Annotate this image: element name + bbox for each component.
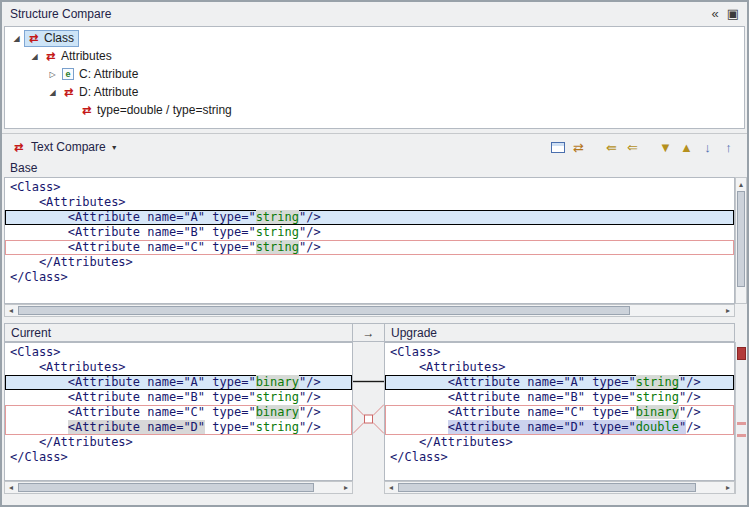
code-segment: "/> (299, 375, 321, 389)
code-segment: string (256, 420, 299, 434)
base-horizontal-scrollbar[interactable]: ◂ ▸ (4, 304, 735, 317)
code-segment: <Attribute name="A" type=" (10, 210, 256, 224)
scroll-right-button[interactable]: ▸ (722, 306, 734, 315)
scroll-left-button[interactable]: ◂ (5, 306, 17, 315)
code-line: <Attribute name="A" type="string"/> (385, 375, 734, 390)
code-line: <Attributes> (5, 195, 734, 210)
collapse-icon[interactable]: « (711, 7, 718, 21)
code-segment: "/> (679, 390, 701, 404)
code-line: <Attribute name="B" type="string"/> (5, 390, 352, 405)
tree-item-class[interactable]: ◢⇄Class (5, 29, 744, 47)
code-segment: "/> (299, 240, 321, 254)
ruler-marker-conflict[interactable] (737, 347, 746, 360)
previous-change-button[interactable]: ↑ (718, 137, 739, 157)
next-difference-icon: ▼ (659, 140, 672, 155)
tree-item-label: Attributes (61, 49, 112, 63)
previous-change-icon: ↑ (725, 140, 732, 155)
base-code-pane[interactable]: <Class> <Attributes> <Attribute name="A"… (4, 177, 735, 304)
code-segment: /> (686, 420, 700, 434)
code-segment: <Attribute name="D" type=" (448, 420, 636, 434)
dropdown-arrow-icon: ▼ (111, 144, 118, 151)
text-compare-selector[interactable]: ⇄ Text Compare ▼ (10, 140, 118, 154)
diff-icon: ⇄ (78, 104, 94, 117)
scrollbar-thumb[interactable] (398, 483, 696, 492)
tree-item-label: type=double / type=string (97, 103, 232, 117)
twisty-expanded-icon[interactable]: ◢ (45, 88, 60, 97)
text-compare-title: Text Compare (31, 140, 106, 154)
code-segment: <Attribute name="C" type=" (390, 405, 636, 419)
code-segment: <Attribute name="A" type=" (390, 375, 636, 389)
scroll-left-button[interactable]: ◂ (5, 483, 17, 492)
code-segment (390, 420, 448, 434)
scroll-left-button[interactable]: ◂ (385, 483, 397, 492)
code-segment: <Attribute name="B" type=" (10, 225, 256, 239)
code-segment: </Class> (390, 450, 448, 464)
code-line: <Attributes> (5, 360, 352, 375)
next-difference-button[interactable]: ▼ (655, 137, 676, 157)
scrollbar-thumb[interactable] (18, 306, 630, 315)
previous-difference-icon: ▲ (680, 140, 693, 155)
upgrade-pane-label: Upgrade (391, 326, 437, 340)
diff-icon: ⇄ (25, 32, 41, 45)
code-segment: </Class> (10, 270, 68, 284)
code-line: <Attribute name="C" type="string"/> (5, 240, 734, 255)
tree-item-d-attribute[interactable]: ◢⇄D: Attribute (5, 83, 744, 101)
show-ancestor-pane-button[interactable] (547, 137, 568, 157)
swap-left-and-right-button[interactable]: ⇄ (568, 137, 589, 157)
overview-ruler[interactable] (735, 342, 747, 494)
compare-editor-window: Structure Compare « ▣ ◢⇄Class◢⇄Attribute… (0, 0, 749, 507)
code-line: <Attribute name="D" type="double"/> (385, 420, 734, 435)
diff-connector-gutter (353, 342, 384, 481)
scrollbar-thumb[interactable] (737, 191, 745, 287)
code-line: </Attributes> (385, 435, 734, 450)
structure-tree[interactable]: ◢⇄Class◢⇄Attributes▷eC: Attribute◢⇄D: At… (4, 26, 745, 129)
tree-item-attributes[interactable]: ◢⇄Attributes (5, 47, 744, 65)
merge-direction-icon[interactable]: → (363, 326, 375, 340)
code-segment (10, 420, 68, 434)
swap-left-and-right-icon: ⇄ (573, 140, 584, 155)
code-line: <Attribute name="B" type="string"/> (385, 390, 734, 405)
tree-item-content: ⇄D: Attribute (60, 84, 142, 101)
upgrade-horizontal-scrollbar[interactable]: ◂ ▸ (384, 481, 735, 494)
twisty-expanded-icon[interactable]: ◢ (9, 34, 24, 43)
tree-item-type-double-type-string[interactable]: ⇄type=double / type=string (5, 101, 744, 119)
code-segment: type=" (205, 420, 256, 434)
code-segment: binary (636, 405, 679, 419)
code-segment: <Attribute name="C" type=" (10, 405, 256, 419)
scroll-right-button[interactable]: ▸ (722, 483, 734, 492)
upgrade-code-pane[interactable]: <Class> <Attributes> <Attribute name="A"… (384, 342, 735, 481)
base-vertical-scrollbar[interactable]: ▴ (735, 177, 747, 304)
twisty-collapsed-icon[interactable]: ▷ (45, 70, 60, 79)
structure-compare-header: Structure Compare « ▣ (2, 2, 747, 26)
code-segment: </Class> (10, 450, 68, 464)
previous-difference-button[interactable]: ▲ (676, 137, 697, 157)
tree-item-c-attribute[interactable]: ▷eC: Attribute (5, 65, 744, 83)
selected-tree-item: ⇄Class (24, 30, 79, 47)
current-horizontal-scrollbar[interactable]: ◂ ▸ (4, 481, 353, 494)
scroll-right-button[interactable]: ▸ (340, 483, 352, 492)
code-segment: string (636, 375, 679, 389)
code-segment: "/> (679, 375, 701, 389)
code-segment: <Attribute name="B" type=" (390, 390, 636, 404)
next-change-button[interactable]: ↓ (697, 137, 718, 157)
tree-item-label: D: Attribute (79, 85, 138, 99)
code-line: <Attribute name="C" type="binary"/> (5, 405, 352, 420)
current-code-pane[interactable]: <Class> <Attributes> <Attribute name="A"… (4, 342, 353, 481)
scrollbar-thumb[interactable] (18, 483, 314, 492)
copy-current-change-from-right-to-left-button[interactable]: ⇐ (622, 137, 643, 157)
code-segment: <Attribute name="B" type=" (10, 390, 256, 404)
ruler-marker-change[interactable] (737, 422, 746, 425)
code-segment: "/> (299, 225, 321, 239)
code-segment: string (256, 240, 299, 254)
merge-handle[interactable] (365, 415, 373, 423)
copy-all-from-right-to-left-icon: ⇚ (606, 140, 617, 155)
copy-all-from-right-to-left-button[interactable]: ⇚ (601, 137, 622, 157)
code-segment: string (256, 390, 299, 404)
code-segment: binary (256, 375, 299, 389)
code-segment: "/> (299, 405, 321, 419)
scroll-up-button[interactable]: ▴ (736, 178, 746, 190)
twisty-expanded-icon[interactable]: ◢ (27, 52, 42, 61)
restore-pane-icon[interactable]: ▣ (727, 7, 739, 21)
code-segment: <Attributes> (10, 360, 126, 374)
ruler-marker-change[interactable] (737, 434, 746, 437)
